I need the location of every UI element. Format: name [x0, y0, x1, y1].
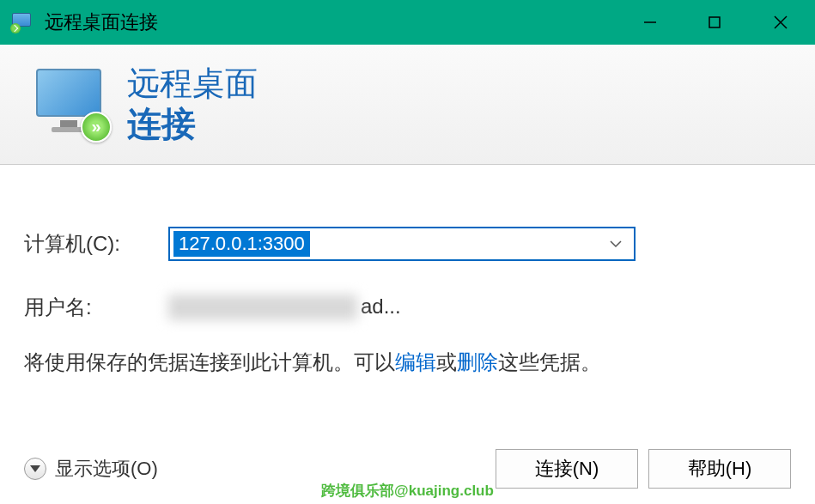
header-title-line2: 连接 — [127, 100, 258, 148]
window-title: 远程桌面连接 — [45, 9, 617, 35]
computer-label: 计算机(C): — [24, 230, 168, 258]
close-button[interactable] — [746, 0, 815, 45]
content-area: 计算机(C): 127.0.0.1:3300 用户名: ad... 将使用保存的… — [0, 165, 815, 395]
delete-credentials-link[interactable]: 删除 — [457, 350, 498, 373]
username-label: 用户名: — [24, 294, 168, 321]
username-redacted — [168, 295, 357, 320]
edit-credentials-link[interactable]: 编辑 — [395, 350, 436, 373]
show-options-label: 显示选项(O) — [55, 456, 158, 482]
svg-rect-1 — [709, 17, 720, 27]
chevron-down-circle-icon — [24, 458, 46, 480]
show-options-button[interactable]: 显示选项(O) — [24, 456, 158, 482]
header-title-line1: 远程桌面 — [127, 62, 258, 106]
chevron-down-icon[interactable] — [610, 237, 622, 251]
credentials-description: 将使用保存的凭据连接到此计算机。可以编辑或删除这些凭据。 — [24, 347, 791, 378]
watermark-text: 跨境俱乐部@kuajing.club — [321, 481, 494, 501]
maximize-button[interactable] — [682, 0, 746, 45]
help-button[interactable]: 帮助(H) — [648, 449, 791, 489]
computer-row: 计算机(C): 127.0.0.1:3300 — [24, 227, 791, 261]
username-row: 用户名: ad... — [24, 294, 791, 321]
header-banner: » 远程桌面 连接 — [0, 45, 815, 165]
computer-value: 127.0.0.1:3300 — [173, 231, 310, 257]
computer-combobox[interactable]: 127.0.0.1:3300 — [168, 227, 636, 261]
username-value: ad... — [168, 295, 401, 321]
connect-button[interactable]: 连接(N) — [496, 449, 638, 489]
rdp-icon — [12, 13, 34, 32]
minimize-button[interactable] — [617, 0, 682, 45]
titlebar: 远程桌面连接 — [0, 0, 815, 45]
rdp-large-icon: » — [36, 67, 112, 143]
window-controls — [617, 0, 815, 45]
